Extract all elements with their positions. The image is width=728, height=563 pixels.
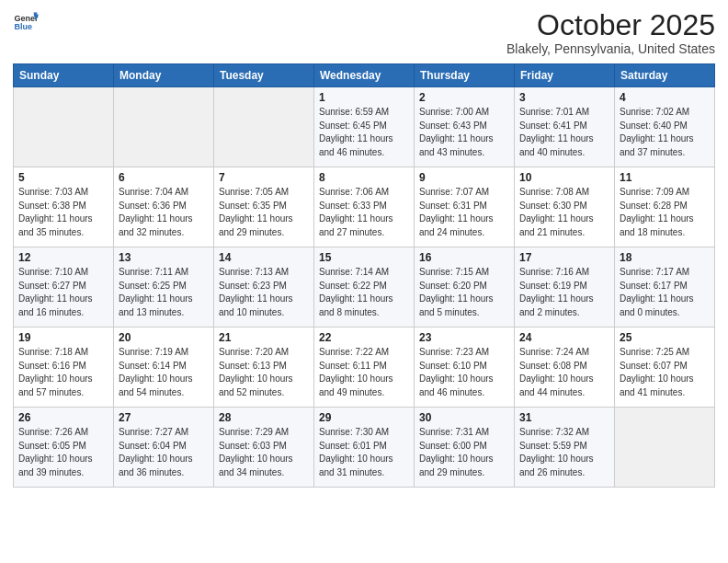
day-number: 3 [519, 91, 609, 104]
day-number: 19 [18, 331, 108, 344]
day-info: Sunrise: 7:06 AM Sunset: 6:33 PM Dayligh… [319, 186, 409, 239]
day-info: Sunrise: 7:30 AM Sunset: 6:01 PM Dayligh… [319, 426, 409, 479]
day-cell-w3-d3: 14Sunrise: 7:13 AM Sunset: 6:23 PM Dayli… [214, 247, 314, 327]
day-cell-w5-d5: 30Sunrise: 7:31 AM Sunset: 6:00 PM Dayli… [415, 408, 515, 488]
week-row-1: 1Sunrise: 6:59 AM Sunset: 6:45 PM Daylig… [14, 87, 715, 167]
day-cell-w4-d6: 24Sunrise: 7:24 AM Sunset: 6:08 PM Dayli… [515, 327, 615, 408]
day-number: 31 [519, 411, 609, 424]
calendar-header-row: Sunday Monday Tuesday Wednesday Thursday… [14, 64, 715, 87]
day-info: Sunrise: 7:29 AM Sunset: 6:03 PM Dayligh… [219, 426, 309, 479]
page: General Blue October 2025 Blakely, Penns… [0, 0, 728, 563]
day-number: 1 [319, 91, 409, 104]
col-monday: Monday [114, 64, 214, 87]
day-info: Sunrise: 7:17 AM Sunset: 6:17 PM Dayligh… [620, 266, 710, 319]
day-cell-w3-d2: 13Sunrise: 7:11 AM Sunset: 6:25 PM Dayli… [114, 247, 214, 327]
day-info: Sunrise: 6:59 AM Sunset: 6:45 PM Dayligh… [319, 106, 409, 159]
day-cell-w1-d6: 3Sunrise: 7:01 AM Sunset: 6:41 PM Daylig… [515, 87, 615, 167]
day-number: 23 [419, 331, 509, 344]
day-number: 21 [219, 331, 309, 344]
col-wednesday: Wednesday [314, 64, 415, 87]
day-number: 14 [219, 251, 309, 264]
week-row-3: 12Sunrise: 7:10 AM Sunset: 6:27 PM Dayli… [14, 247, 715, 327]
day-cell-w1-d1 [14, 87, 114, 167]
day-number: 4 [620, 91, 710, 104]
day-cell-w2-d5: 9Sunrise: 7:07 AM Sunset: 6:31 PM Daylig… [415, 167, 515, 247]
day-number: 27 [119, 411, 209, 424]
day-cell-w2-d3: 7Sunrise: 7:05 AM Sunset: 6:35 PM Daylig… [214, 167, 314, 247]
week-row-2: 5Sunrise: 7:03 AM Sunset: 6:38 PM Daylig… [14, 167, 715, 247]
day-number: 13 [119, 251, 209, 264]
col-thursday: Thursday [415, 64, 515, 87]
day-info: Sunrise: 7:22 AM Sunset: 6:11 PM Dayligh… [319, 346, 409, 399]
day-info: Sunrise: 7:19 AM Sunset: 6:14 PM Dayligh… [119, 346, 209, 399]
day-info: Sunrise: 7:14 AM Sunset: 6:22 PM Dayligh… [319, 266, 409, 319]
day-number: 22 [319, 331, 409, 344]
day-number: 18 [620, 251, 710, 264]
day-cell-w1-d2 [114, 87, 214, 167]
day-cell-w5-d7 [615, 408, 715, 488]
day-cell-w5-d3: 28Sunrise: 7:29 AM Sunset: 6:03 PM Dayli… [214, 408, 314, 488]
day-cell-w4-d1: 19Sunrise: 7:18 AM Sunset: 6:16 PM Dayli… [14, 327, 114, 408]
day-cell-w5-d6: 31Sunrise: 7:32 AM Sunset: 5:59 PM Dayli… [515, 408, 615, 488]
day-info: Sunrise: 7:00 AM Sunset: 6:43 PM Dayligh… [419, 106, 509, 159]
day-cell-w2-d7: 11Sunrise: 7:09 AM Sunset: 6:28 PM Dayli… [615, 167, 715, 247]
day-info: Sunrise: 7:18 AM Sunset: 6:16 PM Dayligh… [18, 346, 108, 399]
day-info: Sunrise: 7:07 AM Sunset: 6:31 PM Dayligh… [419, 186, 509, 239]
day-cell-w1-d3 [214, 87, 314, 167]
day-cell-w3-d1: 12Sunrise: 7:10 AM Sunset: 6:27 PM Dayli… [14, 247, 114, 327]
day-info: Sunrise: 7:15 AM Sunset: 6:20 PM Dayligh… [419, 266, 509, 319]
day-number: 10 [519, 171, 609, 184]
col-friday: Friday [515, 64, 615, 87]
day-cell-w3-d4: 15Sunrise: 7:14 AM Sunset: 6:22 PM Dayli… [314, 247, 415, 327]
day-info: Sunrise: 7:27 AM Sunset: 6:04 PM Dayligh… [119, 426, 209, 479]
day-info: Sunrise: 7:13 AM Sunset: 6:23 PM Dayligh… [219, 266, 309, 319]
day-info: Sunrise: 7:16 AM Sunset: 6:19 PM Dayligh… [519, 266, 609, 319]
day-cell-w5-d2: 27Sunrise: 7:27 AM Sunset: 6:04 PM Dayli… [114, 408, 214, 488]
day-info: Sunrise: 7:02 AM Sunset: 6:40 PM Dayligh… [620, 106, 710, 159]
header: General Blue October 2025 Blakely, Penns… [13, 9, 715, 56]
svg-text:Blue: Blue [14, 22, 32, 31]
col-tuesday: Tuesday [214, 64, 314, 87]
day-info: Sunrise: 7:26 AM Sunset: 6:05 PM Dayligh… [18, 426, 108, 479]
day-cell-w5-d1: 26Sunrise: 7:26 AM Sunset: 6:05 PM Dayli… [14, 408, 114, 488]
day-info: Sunrise: 7:04 AM Sunset: 6:36 PM Dayligh… [119, 186, 209, 239]
day-number: 5 [18, 171, 108, 184]
day-info: Sunrise: 7:25 AM Sunset: 6:07 PM Dayligh… [620, 346, 710, 399]
day-number: 28 [219, 411, 309, 424]
day-cell-w2-d1: 5Sunrise: 7:03 AM Sunset: 6:38 PM Daylig… [14, 167, 114, 247]
day-info: Sunrise: 7:09 AM Sunset: 6:28 PM Dayligh… [620, 186, 710, 239]
day-number: 11 [620, 171, 710, 184]
day-info: Sunrise: 7:05 AM Sunset: 6:35 PM Dayligh… [219, 186, 309, 239]
day-info: Sunrise: 7:20 AM Sunset: 6:13 PM Dayligh… [219, 346, 309, 399]
day-cell-w1-d4: 1Sunrise: 6:59 AM Sunset: 6:45 PM Daylig… [314, 87, 415, 167]
day-info: Sunrise: 7:31 AM Sunset: 6:00 PM Dayligh… [419, 426, 509, 479]
day-number: 24 [519, 331, 609, 344]
day-number: 17 [519, 251, 609, 264]
day-number: 12 [18, 251, 108, 264]
day-cell-w3-d6: 17Sunrise: 7:16 AM Sunset: 6:19 PM Dayli… [515, 247, 615, 327]
day-info: Sunrise: 7:10 AM Sunset: 6:27 PM Dayligh… [18, 266, 108, 319]
day-cell-w4-d2: 20Sunrise: 7:19 AM Sunset: 6:14 PM Dayli… [114, 327, 214, 408]
day-number: 30 [419, 411, 509, 424]
day-info: Sunrise: 7:03 AM Sunset: 6:38 PM Dayligh… [18, 186, 108, 239]
day-info: Sunrise: 7:24 AM Sunset: 6:08 PM Dayligh… [519, 346, 609, 399]
day-number: 16 [419, 251, 509, 264]
logo: General Blue [13, 9, 39, 35]
day-info: Sunrise: 7:01 AM Sunset: 6:41 PM Dayligh… [519, 106, 609, 159]
day-cell-w1-d7: 4Sunrise: 7:02 AM Sunset: 6:40 PM Daylig… [615, 87, 715, 167]
subtitle: Blakely, Pennsylvania, United States [506, 41, 715, 56]
day-info: Sunrise: 7:23 AM Sunset: 6:10 PM Dayligh… [419, 346, 509, 399]
title-block: October 2025 Blakely, Pennsylvania, Unit… [506, 9, 715, 56]
day-number: 6 [119, 171, 209, 184]
day-cell-w4-d3: 21Sunrise: 7:20 AM Sunset: 6:13 PM Dayli… [214, 327, 314, 408]
day-cell-w2-d4: 8Sunrise: 7:06 AM Sunset: 6:33 PM Daylig… [314, 167, 415, 247]
day-cell-w2-d2: 6Sunrise: 7:04 AM Sunset: 6:36 PM Daylig… [114, 167, 214, 247]
col-saturday: Saturday [615, 64, 715, 87]
day-cell-w5-d4: 29Sunrise: 7:30 AM Sunset: 6:01 PM Dayli… [314, 408, 415, 488]
day-info: Sunrise: 7:11 AM Sunset: 6:25 PM Dayligh… [119, 266, 209, 319]
day-cell-w3-d5: 16Sunrise: 7:15 AM Sunset: 6:20 PM Dayli… [415, 247, 515, 327]
col-sunday: Sunday [14, 64, 114, 87]
day-number: 26 [18, 411, 108, 424]
day-cell-w1-d5: 2Sunrise: 7:00 AM Sunset: 6:43 PM Daylig… [415, 87, 515, 167]
day-number: 29 [319, 411, 409, 424]
